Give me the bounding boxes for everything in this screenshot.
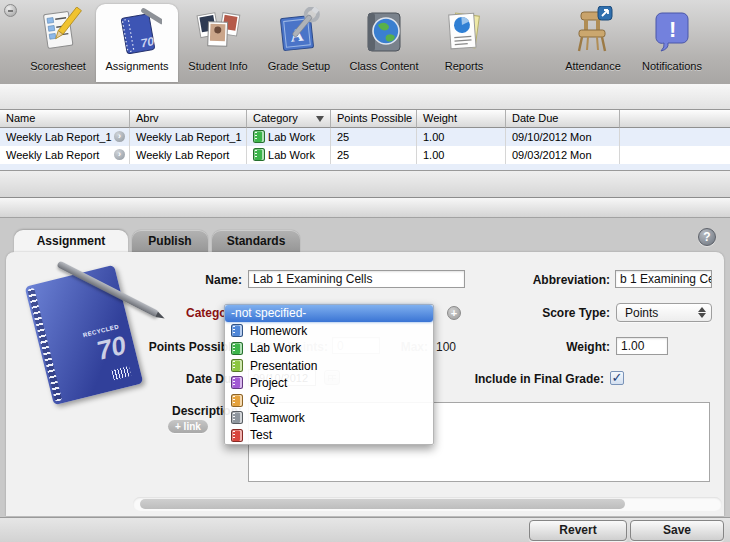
col-header-points[interactable]: Points Possible xyxy=(331,110,417,128)
horizontal-scrollbar-thumb[interactable] xyxy=(140,499,625,509)
col-header-weight[interactable]: Weight xyxy=(417,110,506,128)
tab-publish[interactable]: Publish xyxy=(132,230,208,252)
weight-label: Weight: xyxy=(500,340,610,354)
cell-category: Lab Work xyxy=(247,128,331,146)
category-notebook-icon xyxy=(253,130,265,143)
category-dropdown-menu: -not specified- Homework Lab Work Presen… xyxy=(224,304,434,445)
cell-points: 25 xyxy=(331,146,417,164)
tab-assignment[interactable]: Assignment xyxy=(14,230,128,252)
category-notebook-icon xyxy=(253,148,265,161)
menu-item-quiz[interactable]: Quiz xyxy=(225,392,433,409)
menu-item-lab-work[interactable]: Lab Work xyxy=(225,339,433,356)
include-final-grade-label: Include in Final Grade: xyxy=(464,372,604,386)
toolbar-item-reports[interactable]: Reports xyxy=(430,4,498,82)
help-icon[interactable]: ? xyxy=(698,228,716,246)
app-window: Scoresheet 70 Assignments Student Info A… xyxy=(0,0,730,542)
weight-field[interactable]: 1.00 xyxy=(616,337,668,355)
cell-category: Lab Work xyxy=(247,146,331,164)
dialog-panel: Assignment Publish Standards ? RECYCLED … xyxy=(0,218,730,542)
score-type-select[interactable]: Points xyxy=(616,303,712,322)
category-notebook-icon xyxy=(231,429,243,442)
col-header-name[interactable]: Name xyxy=(0,110,130,128)
category-notebook-icon xyxy=(231,411,243,424)
menu-item-homework[interactable]: Homework xyxy=(225,322,433,339)
col-header-date[interactable]: Date Due xyxy=(506,110,620,128)
score-type-label: Score Type: xyxy=(470,306,610,320)
category-notebook-icon xyxy=(231,342,243,355)
notifications-icon: ! xyxy=(636,4,708,60)
dialog-titlebar: ✕ − New Assignment xyxy=(0,198,730,218)
col-header-abrv[interactable]: Abrv xyxy=(130,110,247,128)
toolbar-label: Attendance xyxy=(552,60,634,72)
cell-date: 09/03/2012 Mon xyxy=(506,146,620,164)
col-header-category[interactable]: Category xyxy=(247,110,331,128)
toolbar-label: Student Info xyxy=(180,60,256,72)
cell-date: 09/10/2012 Mon xyxy=(506,128,620,146)
toolbar-label: Class Content xyxy=(340,60,428,72)
grade-setup-icon: A xyxy=(262,4,336,60)
main-toolbar: Scoresheet 70 Assignments Student Info A… xyxy=(0,0,730,85)
dialog-footer: Revert Save xyxy=(0,517,730,542)
toolbar-item-scoresheet[interactable]: Scoresheet xyxy=(14,4,102,82)
toolbar-item-assignments[interactable]: 70 Assignments xyxy=(96,4,178,82)
select-stepper-icon xyxy=(696,307,707,318)
toolbar-item-student-info[interactable]: Student Info xyxy=(180,4,256,82)
sort-descending-icon xyxy=(316,116,324,122)
max-value: 100 xyxy=(436,340,456,354)
cell-weight: 1.00 xyxy=(417,146,506,164)
category-notebook-icon xyxy=(231,376,243,389)
student-info-icon xyxy=(180,4,256,60)
disclosure-icon[interactable]: › xyxy=(114,149,125,160)
class-content-icon xyxy=(340,4,428,60)
cell-name: Weekly Lab Report› xyxy=(0,146,130,164)
toolbar-label: Notifications xyxy=(636,60,708,72)
add-category-icon[interactable]: + xyxy=(447,306,461,320)
cell-name: Weekly Lab Report_1› xyxy=(0,128,130,146)
toolbar-label: Reports xyxy=(430,60,498,72)
table-row[interactable]: Weekly Lab Report› Weekly Lab Report Lab… xyxy=(0,146,730,164)
attendance-icon xyxy=(552,4,634,60)
cell-weight: 1.00 xyxy=(417,128,506,146)
points-possible-label: Points Possible: xyxy=(102,340,242,354)
add-link-button[interactable]: + link xyxy=(168,420,208,433)
cell-abrv: Weekly Lab Report xyxy=(130,146,247,164)
category-notebook-icon xyxy=(231,394,243,407)
score-type-value: Points xyxy=(617,306,696,320)
tab-standards[interactable]: Standards xyxy=(212,230,300,252)
toolbar-item-notifications[interactable]: ! Notifications xyxy=(636,4,708,82)
assignments-icon: 70 xyxy=(96,4,178,60)
scoresheet-icon xyxy=(14,4,102,60)
table-row[interactable]: Weekly Lab Report_1› Weekly Lab Report_1… xyxy=(0,128,730,146)
category-notebook-icon xyxy=(231,359,243,372)
reporting-term-bar: Reporting Term: S1 ? xyxy=(0,84,730,110)
cell-points: 25 xyxy=(331,128,417,146)
col-header-filler xyxy=(620,110,730,128)
abbreviation-label: Abbreviation: xyxy=(470,273,610,287)
svg-text:!: ! xyxy=(669,17,676,42)
abbreviation-field[interactable]: b 1 Examining Cells xyxy=(615,270,712,288)
menu-item-project[interactable]: Project xyxy=(225,374,433,391)
toolbar-label: Grade Setup xyxy=(262,60,336,72)
list-controls-strip: + − xyxy=(0,170,730,198)
toolbar-label: Scoresheet xyxy=(14,60,102,72)
disclosure-icon[interactable]: › xyxy=(114,131,125,142)
reports-icon xyxy=(430,4,498,60)
toolbar-item-class-content[interactable]: Class Content xyxy=(340,4,428,82)
revert-button[interactable]: Revert xyxy=(529,520,627,541)
category-notebook-icon xyxy=(231,324,243,337)
name-label: Name: xyxy=(102,273,242,287)
menu-item-presentation[interactable]: Presentation xyxy=(225,357,433,374)
include-final-grade-checkbox[interactable]: ✓ xyxy=(610,371,624,385)
toolbar-item-attendance[interactable]: Attendance xyxy=(552,4,634,82)
cell-abrv: Weekly Lab Report_1 xyxy=(130,128,247,146)
toolbar-label: Assignments xyxy=(96,60,178,72)
toolbar-item-grade-setup[interactable]: A Grade Setup xyxy=(262,4,336,82)
save-button[interactable]: Save xyxy=(630,520,724,541)
menu-item-not-specified[interactable]: -not specified- xyxy=(225,305,433,322)
menu-item-teamwork[interactable]: Teamwork xyxy=(225,409,433,426)
svg-text:70: 70 xyxy=(139,34,155,50)
name-field[interactable]: Lab 1 Examining Cells xyxy=(248,270,465,288)
menu-item-test[interactable]: Test xyxy=(225,427,433,444)
